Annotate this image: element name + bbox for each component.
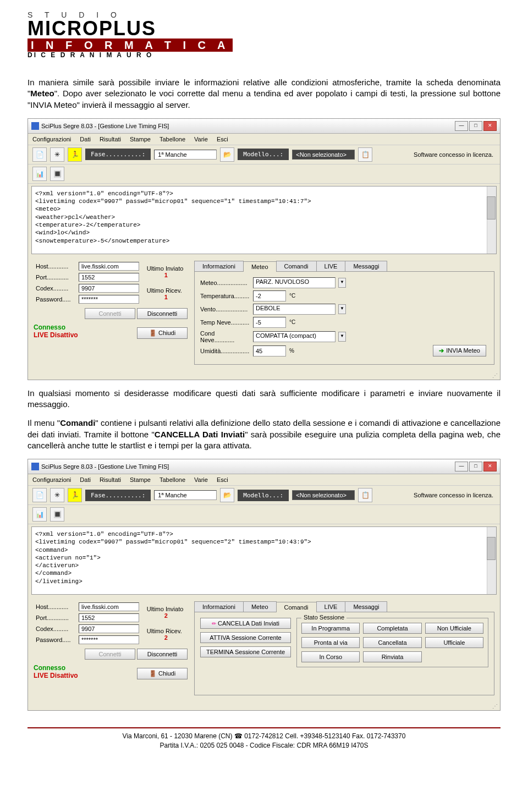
tab-informazioni[interactable]: Informazioni [194,261,244,271]
host-input[interactable] [79,602,139,611]
toolbar: 📄 ✳ 🏃 Fase..........: 1ª Manche 📂 Modell… [28,145,500,164]
maximize-button[interactable]: □ [469,462,482,471]
screenshot-comandi-window: SciPlus Segre 8.03 - [Gestione Live Timi… [28,459,501,711]
chiudi-button[interactable]: 🚪 Chiudi [137,668,188,679]
codex-input[interactable] [79,284,139,293]
tab-live[interactable]: LIVE [316,261,346,271]
codex-input[interactable] [79,624,139,633]
host-input[interactable] [79,262,139,271]
toolbar-icon-4[interactable]: 📊 [32,507,47,522]
toolbar-icon-5[interactable]: 🔳 [50,167,64,181]
umidita-input[interactable] [253,345,286,356]
footer: Via Marconi, 61 - 12030 Marene (CN) ☎ 01… [28,732,501,750]
menu-risultati[interactable]: Risultati [100,136,121,142]
modello-value[interactable]: <Non selezionato> [292,150,355,160]
attiva-button[interactable]: ATTIVA Sessione Corrente [200,632,291,643]
menu-varie[interactable]: Varie [194,136,208,142]
modello-open-icon[interactable]: 📋 [358,488,372,502]
maximize-button[interactable]: □ [469,121,482,131]
stato-in-corso[interactable]: In Corso [301,651,360,662]
resize-grip-icon[interactable]: ⋰ [28,703,500,710]
paragraph-1: In maniera simile sarà possibile inviare… [28,77,501,111]
tab-informazioni[interactable]: Informazioni [194,601,244,612]
tab-comandi[interactable]: Comandi [276,602,317,612]
tab-live[interactable]: LIVE [316,601,346,612]
cancella-button[interactable]: ✏ CANCELLA Dati Inviati [200,618,291,629]
stato-cancellata[interactable]: Cancellata [363,637,421,648]
fase-label: Fase..........: [85,149,151,160]
password-input[interactable] [79,635,139,644]
toolbar-icon-2[interactable]: ✳ [50,488,64,502]
status-live: LIVE Disattivo [34,331,78,339]
connetti-button[interactable]: Connetti [85,308,135,319]
tab-messaggi[interactable]: Messaggi [345,261,387,271]
disconnetti-button[interactable]: Disconnetti [137,649,188,660]
fase-open-icon[interactable]: 📂 [220,488,234,502]
temperatura-input[interactable] [253,290,286,301]
xml-output-2: <?xml version="1.0" encoding="UTF-8"?> <… [31,526,497,595]
condneve-select[interactable]: COMPATTA (compact) [253,331,336,342]
scrollbar[interactable] [487,527,496,594]
menu-dati[interactable]: Dati [80,136,91,142]
disconnetti-button[interactable]: Disconnetti [137,308,188,319]
resize-grip-icon[interactable]: ⋰ [28,372,500,380]
stato-non-ufficiale[interactable]: Non Ufficiale [425,623,483,634]
chevron-down-icon[interactable]: ▼ [338,332,346,342]
menu-dati[interactable]: Dati [80,476,91,483]
menu-varie[interactable]: Varie [194,476,208,483]
chiudi-button[interactable]: 🚪 Chiudi [137,327,188,339]
titlebar: SciPlus Segre 8.03 - [Gestione Live Timi… [28,119,500,134]
stato-ufficiale[interactable]: Ufficiale [425,637,483,648]
fase-value[interactable]: 1ª Manche [154,490,217,500]
tab-comandi[interactable]: Comandi [276,261,317,271]
stato-in-programma[interactable]: In Programma [301,623,360,634]
toolbar-icon-1[interactable]: 📄 [32,488,47,502]
menu-risultati[interactable]: Risultati [100,476,121,483]
menu-configurazioni[interactable]: Configurazioni [32,136,71,142]
vento-select[interactable]: DEBOLE [253,304,336,315]
port-input[interactable] [79,273,139,282]
tab-meteo[interactable]: Meteo [243,601,277,612]
menu-esci[interactable]: Esci [217,476,228,483]
menu-stampe[interactable]: Stampe [130,136,151,142]
tab-messaggi[interactable]: Messaggi [345,601,387,612]
password-input[interactable] [79,295,139,304]
menu-configurazioni[interactable]: Configurazioni [32,476,71,483]
close-button[interactable]: ✕ [483,121,497,131]
toolbar-icon-5[interactable]: 🔳 [50,507,64,522]
toolbar-icon-2[interactable]: ✳ [50,147,64,162]
chevron-down-icon[interactable]: ▼ [338,304,346,314]
toolbar-icon-3[interactable]: 🏃 [68,147,82,162]
window-title: SciPlus Segre 8.03 - [Gestione Live Timi… [41,463,169,470]
menu-stampe[interactable]: Stampe [130,476,151,483]
port-input[interactable] [79,613,139,622]
tempneve-input[interactable] [253,317,286,328]
meteo-select[interactable]: PARZ. NUVOLOSO [253,277,336,288]
stato-pronta[interactable]: Pronta al via [301,637,360,648]
tab-meteo[interactable]: Meteo [243,261,277,272]
modello-open-icon[interactable]: 📋 [358,147,372,162]
termina-button[interactable]: TERMINA Sessione Corrente [200,646,291,657]
connetti-button[interactable]: Connetti [85,649,135,660]
menu-tabellone[interactable]: Tabellone [160,476,185,483]
minimize-button[interactable]: — [455,121,468,131]
stato-completata[interactable]: Completata [363,623,421,634]
toolbar-icon-3[interactable]: 🏃 [68,488,82,502]
invia-meteo-button[interactable]: ➔ INVIA Meteo [433,345,486,356]
menu-esci[interactable]: Esci [217,136,228,142]
fase-value[interactable]: 1ª Manche [154,150,217,160]
stato-rinviata[interactable]: Rinviata [363,651,421,662]
toolbar-icon-1[interactable]: 📄 [32,147,47,162]
modello-value[interactable]: <Non selezionato> [292,490,355,500]
toolbar-icon-4[interactable]: 📊 [32,167,47,181]
meteo-tab-content: Meteo..................PARZ. NUVOLOSO▼ T… [194,272,494,365]
scrollbar[interactable] [487,186,496,254]
xml-output-1: <?xml version="1.0" encoding="UTF-8"?> <… [31,186,497,254]
paragraph-2: In qualsiasi momento si desiderasse modi… [28,388,501,410]
comandi-tab-content: ✏ CANCELLA Dati Inviati ATTIVA Sessione … [194,612,494,695]
chevron-down-icon[interactable]: ▼ [338,278,346,288]
minimize-button[interactable]: — [455,462,468,471]
close-button[interactable]: ✕ [483,462,497,471]
fase-open-icon[interactable]: 📂 [220,147,234,162]
menu-tabellone[interactable]: Tabellone [160,136,185,142]
